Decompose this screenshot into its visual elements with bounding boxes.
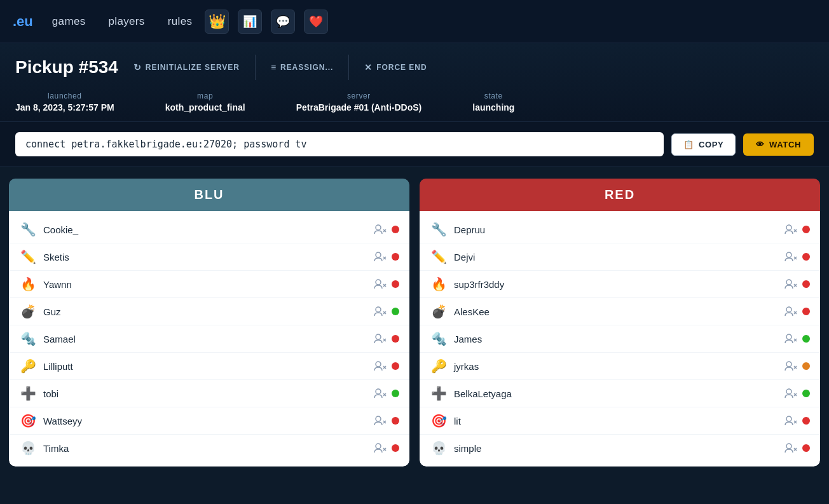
remove-player-button[interactable] (784, 279, 797, 289)
remove-player-button[interactable] (374, 361, 387, 371)
player-class-icon: 🔧 (19, 221, 37, 238)
player-action-group (784, 252, 810, 262)
remove-player-button[interactable] (374, 443, 387, 453)
blu-player-list: 🔧Cookie_ ✏️Sketis 🔥Yawnn 💣Guz (9, 211, 409, 467)
remove-player-button[interactable] (374, 306, 387, 317)
svg-point-9 (376, 307, 381, 312)
player-class-icon: 💀 (430, 439, 448, 457)
table-row: 💀Timka (9, 435, 409, 461)
remove-player-button[interactable] (374, 252, 387, 262)
svg-point-0 (376, 225, 381, 230)
nav-link-players[interactable]: players (109, 15, 145, 27)
player-name: Sketis (43, 252, 367, 262)
reinitialize-server-button[interactable]: ↻ REINITIALIZE SERVER (134, 60, 240, 75)
player-action-group (374, 252, 399, 262)
remove-player-button[interactable] (374, 388, 387, 398)
player-name: Guz (43, 306, 367, 317)
player-action-group (374, 306, 399, 317)
player-name: jyrkas (454, 361, 778, 372)
svg-point-21 (376, 416, 381, 421)
player-class-icon: 🔩 (430, 330, 448, 348)
divider-2 (348, 55, 349, 80)
remove-player-button[interactable] (374, 334, 387, 344)
nav-links: games players rules (52, 15, 192, 28)
reassign-button[interactable]: ≡ REASSIGN... (271, 60, 333, 75)
remove-player-button[interactable] (374, 224, 387, 235)
status-dot (392, 444, 399, 452)
svg-point-24 (376, 444, 381, 449)
remove-player-button[interactable] (784, 416, 797, 426)
remove-player-button[interactable] (784, 388, 797, 398)
crown-icon[interactable]: 👑 (205, 10, 229, 34)
remove-player-button[interactable] (784, 361, 797, 371)
launched-meta: launched Jan 8, 2023, 5:27:57 PM (15, 92, 114, 112)
remove-player-button[interactable] (784, 443, 797, 453)
page-header: Pickup #534 ↻ REINITIALIZE SERVER ≡ REAS… (0, 43, 829, 122)
status-dot (392, 390, 399, 397)
svg-point-6 (376, 280, 381, 285)
status-dot (392, 362, 399, 370)
watch-button[interactable]: 👁 WATCH (743, 133, 814, 156)
divider-1 (255, 55, 256, 80)
watch-icon: 👁 (756, 140, 765, 149)
discord-icon[interactable]: 💬 (271, 10, 295, 34)
nav-link-games[interactable]: games (52, 15, 86, 27)
table-row: 🔧Cookie_ (9, 216, 409, 243)
table-row: 💣Guz (9, 298, 409, 325)
remove-player-button[interactable] (784, 252, 797, 262)
blu-team-panel: BLU 🔧Cookie_ ✏️Sketis 🔥Yawnn 💣Guz (9, 179, 409, 467)
player-action-group (784, 388, 810, 398)
blu-team-header: BLU (9, 179, 409, 211)
player-action-group (784, 334, 810, 344)
remove-player-button[interactable] (374, 416, 387, 426)
status-dot (802, 308, 810, 315)
red-team-header: RED (420, 179, 820, 211)
table-row: 🔩James (420, 325, 820, 353)
svg-point-39 (786, 334, 791, 339)
svg-point-36 (786, 307, 791, 312)
force-end-button[interactable]: ✕ FORCE END (364, 60, 427, 75)
player-action-group (374, 361, 399, 371)
bar-chart-icon[interactable]: 📊 (238, 10, 262, 34)
player-name: BelkaLetyaga (454, 388, 778, 399)
player-action-group (374, 416, 399, 426)
nav-icon-group: 👑 📊 💬 ❤️ (205, 10, 328, 34)
server-meta: server PetraBrigade #01 (Anti-DDoS) (296, 92, 422, 112)
player-name: Depruu (454, 224, 778, 235)
svg-point-48 (786, 416, 791, 421)
player-name: tobi (43, 388, 367, 399)
copy-button[interactable]: 📋 COPY (671, 133, 736, 156)
copy-icon: 📋 (683, 140, 694, 149)
status-dot (392, 335, 399, 343)
player-action-group (784, 279, 810, 289)
svg-point-51 (786, 444, 791, 449)
heart-icon[interactable]: ❤️ (304, 10, 328, 34)
connect-command-input[interactable] (15, 132, 664, 156)
status-dot (392, 280, 399, 288)
red-player-list: 🔧Depruu ✏️Dejvi 🔥sup3rfr3ddy 💣AlesKee (420, 211, 820, 467)
player-class-icon: 💣 (430, 303, 448, 320)
player-name: Cookie_ (43, 224, 367, 235)
player-class-icon: 🎯 (19, 412, 37, 430)
remove-player-button[interactable] (784, 224, 797, 235)
player-action-group (784, 361, 810, 371)
action-buttons: ↻ REINITIALIZE SERVER ≡ REASSIGN... ✕ FO… (134, 55, 427, 80)
player-class-icon: 💣 (19, 303, 37, 320)
status-dot (392, 417, 399, 425)
table-row: ➕BelkaLetyaga (420, 380, 820, 407)
reassign-icon: ≡ (271, 62, 277, 72)
nav-link-rules[interactable]: rules (168, 15, 193, 27)
remove-player-button[interactable] (784, 306, 797, 317)
status-dot (802, 253, 810, 261)
status-dot (802, 390, 810, 397)
remove-player-button[interactable] (784, 334, 797, 344)
status-dot (392, 308, 399, 315)
player-class-icon: 🔑 (19, 357, 37, 375)
page-title-row: Pickup #534 ↻ REINITIALIZE SERVER ≡ REAS… (15, 55, 814, 80)
svg-point-15 (376, 362, 381, 367)
player-name: Dejvi (454, 252, 778, 262)
connect-bar: 📋 COPY 👁 WATCH (0, 122, 829, 167)
table-row: ✏️Sketis (9, 243, 409, 271)
remove-player-button[interactable] (374, 279, 387, 289)
table-row: 🔑Lilliputt (9, 353, 409, 380)
